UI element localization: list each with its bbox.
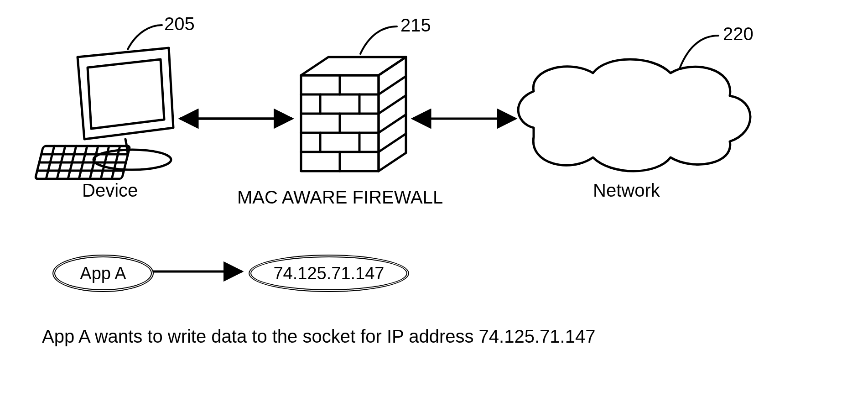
firewall-icon (301, 57, 406, 171)
ref-lead-network (680, 36, 718, 68)
network-label: Network (593, 180, 660, 201)
ref-device: 205 (164, 14, 195, 34)
device-label: Device (82, 180, 138, 201)
badge-app-text: App A (74, 264, 131, 283)
device-icon (35, 48, 173, 179)
svg-line-26 (379, 115, 406, 133)
svg-line-27 (379, 134, 406, 152)
caption-text: App A wants to write data to the socket … (42, 326, 595, 347)
svg-line-25 (379, 95, 406, 114)
ref-lead-firewall (360, 26, 397, 54)
ref-network: 220 (723, 24, 754, 44)
ref-lead-device (128, 25, 162, 49)
network-cloud-icon (518, 59, 750, 171)
ref-firewall: 215 (400, 15, 431, 36)
badge-app: App A (52, 255, 154, 292)
firewall-label: MAC AWARE FIREWALL (237, 187, 443, 208)
badge-ip-text: 74.125.71.147 (268, 264, 390, 283)
badge-ip: 74.125.71.147 (249, 255, 409, 292)
diagram-stage: 205 215 220 Device MAC AWARE FIREWALL Ne… (0, 0, 868, 402)
svg-line-24 (379, 76, 406, 94)
